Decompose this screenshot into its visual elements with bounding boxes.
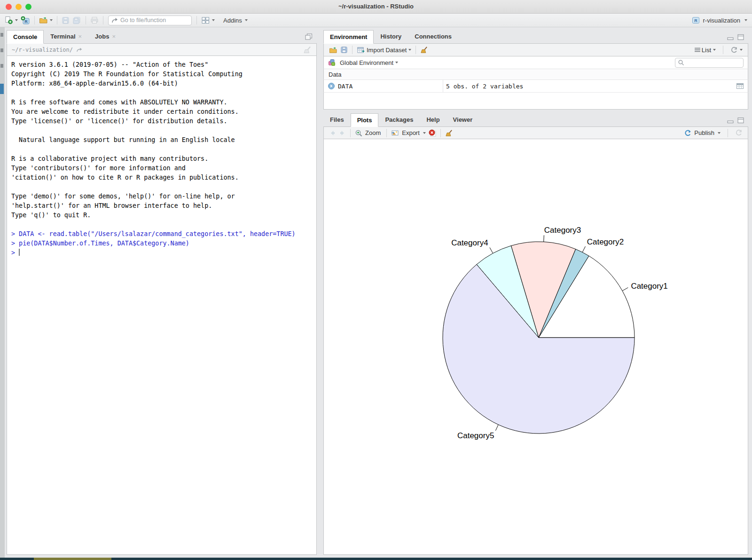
tab-label: Help: [426, 116, 439, 123]
object-view-mode-dropdown[interactable]: List: [693, 46, 717, 55]
console-output[interactable]: R version 3.6.1 (2019-07-05) -- "Action …: [7, 56, 317, 555]
pie-chart: Category1Category2Category3Category4Cate…: [324, 139, 748, 554]
text-cursor: [19, 249, 20, 256]
clear-all-plots-button[interactable]: [444, 128, 454, 138]
tab-viewer[interactable]: Viewer: [446, 113, 479, 126]
tab-history[interactable]: History: [374, 30, 408, 43]
save-workspace-button[interactable]: [339, 45, 349, 55]
pie-label: Category3: [544, 226, 581, 235]
toolbar-divider: [86, 16, 86, 24]
tab-terminal[interactable]: Terminal ×: [44, 30, 88, 43]
new-file-button[interactable]: [3, 15, 19, 25]
console-line: [11, 220, 316, 229]
environment-scope-row: Global Environment: [323, 56, 748, 69]
console-line: Type 'contributors()' for more informati…: [11, 164, 316, 173]
zoom-label: Zoom: [365, 129, 381, 136]
minimize-pane-icon[interactable]: [727, 117, 734, 124]
project-switcher[interactable]: R r-visualization: [692, 16, 747, 24]
environment-scope-dropdown[interactable]: Global Environment: [338, 58, 400, 67]
print-icon: [90, 16, 99, 24]
remove-plot-button[interactable]: [427, 128, 438, 138]
close-tab-icon[interactable]: ×: [78, 33, 82, 39]
environment-toolbar: Import Dataset List: [323, 44, 748, 56]
tab-console[interactable]: Console: [7, 30, 44, 44]
toolbar-divider: [728, 129, 728, 137]
tab-plots[interactable]: Plots: [351, 113, 379, 127]
tab-packages[interactable]: Packages: [378, 113, 420, 126]
tab-files[interactable]: Files: [323, 113, 351, 126]
maximize-pane-icon[interactable]: [737, 34, 744, 40]
project-cube-icon: R: [692, 16, 700, 24]
console-line: [11, 182, 316, 192]
object-summary: 5 obs. of 2 variables: [446, 83, 523, 90]
print-button[interactable]: [89, 16, 100, 25]
scope-label: Global Environment: [340, 59, 393, 66]
console-line: You are welcome to redistribute it under…: [11, 107, 316, 117]
environment-search-input[interactable]: [686, 59, 738, 66]
view-mode-caret: [713, 49, 716, 51]
zoom-magnifier-icon: [355, 129, 363, 137]
go-to-directory-icon[interactable]: [76, 47, 83, 53]
toolbar-divider: [723, 46, 723, 54]
pane-layout-button[interactable]: [200, 16, 216, 25]
maximize-pane-icon[interactable]: [305, 33, 313, 40]
open-folder-icon: [39, 16, 48, 24]
dock-accent: [34, 558, 111, 560]
tab-help[interactable]: Help: [420, 113, 446, 126]
refresh-plot-button[interactable]: [734, 128, 744, 137]
save-all-icon: [72, 16, 81, 24]
tab-connections[interactable]: Connections: [408, 30, 458, 43]
environment-tabstrip: Environment History Connections: [323, 30, 748, 44]
console-line: Type 'demo()' for some demos, 'help()' f…: [11, 192, 316, 201]
environment-search-box[interactable]: [675, 58, 744, 68]
save-all-button[interactable]: [71, 16, 83, 25]
search-icon: [678, 59, 684, 66]
tab-label: Connections: [415, 33, 452, 40]
maximize-pane-icon[interactable]: [737, 117, 744, 124]
tab-label: Plots: [357, 117, 372, 124]
view-data-grid-icon[interactable]: [736, 83, 744, 89]
goto-file-function-input[interactable]: [120, 17, 181, 24]
console-line: R is a collaborative project with many c…: [11, 154, 316, 164]
object-name: DATA: [338, 83, 352, 90]
plots-tabstrip: Files Plots Packages Help Viewer: [323, 113, 748, 127]
tab-jobs[interactable]: Jobs ×: [88, 30, 122, 43]
environment-object-row[interactable]: DATA 5 obs. of 2 variables: [323, 80, 748, 93]
rstudio-window: ~/r-visualization - RStudio R: [0, 0, 752, 560]
addins-dropdown[interactable]: Addins: [221, 16, 249, 25]
console-line: Type 'q()' to quit R.: [11, 211, 316, 220]
zoom-plot-button[interactable]: Zoom: [353, 128, 384, 138]
publish-button[interactable]: Publish: [682, 128, 722, 138]
forward-arrow-icon: [339, 130, 346, 136]
background-window-sliver: [0, 27, 5, 558]
console-line: 'help.start()' for an HTML browser inter…: [11, 201, 316, 211]
next-plot-button[interactable]: [337, 129, 347, 137]
window-title: ~/r-visualization - RStudio: [0, 3, 752, 10]
close-tab-icon[interactable]: ×: [112, 33, 116, 39]
clear-environment-button[interactable]: [419, 45, 430, 55]
toolbar-divider: [352, 46, 352, 54]
import-dataset-icon: [357, 47, 366, 54]
open-file-button[interactable]: [38, 16, 54, 25]
console-prompt-line[interactable]: >: [11, 248, 316, 258]
import-dataset-caret: [408, 49, 411, 51]
tab-environment[interactable]: Environment: [323, 30, 374, 44]
export-label: Export: [402, 129, 420, 136]
refresh-environment-button[interactable]: [729, 46, 744, 55]
title-bar: ~/r-visualization - RStudio: [0, 0, 752, 14]
load-workspace-button[interactable]: [328, 46, 339, 55]
goto-file-function-box[interactable]: [108, 16, 192, 25]
minimize-pane-icon[interactable]: [727, 34, 734, 40]
environment-empty-area: [323, 93, 748, 110]
import-dataset-button[interactable]: Import Dataset: [355, 46, 413, 55]
expand-object-icon[interactable]: [328, 82, 335, 90]
tab-label: Console: [13, 33, 37, 40]
console-location-bar: ~/r-visualization/: [7, 44, 317, 56]
export-plot-button[interactable]: Export: [390, 128, 427, 137]
pie-label: Category5: [457, 431, 494, 440]
tab-label: History: [380, 33, 401, 40]
clear-console-icon[interactable]: [303, 46, 312, 54]
previous-plot-button[interactable]: [328, 129, 337, 137]
new-project-button[interactable]: R: [19, 15, 31, 26]
save-button[interactable]: [60, 16, 71, 25]
